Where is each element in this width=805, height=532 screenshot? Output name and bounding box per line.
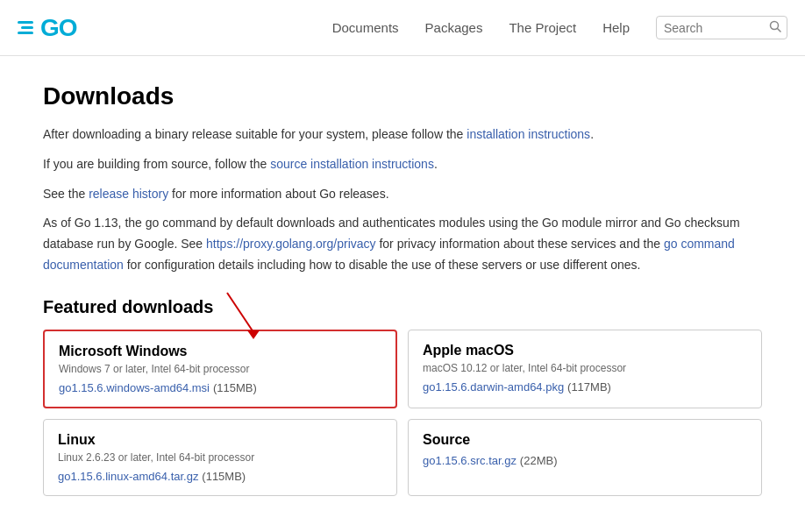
logo-line-2 — [21, 26, 33, 29]
nav-help[interactable]: Help — [602, 20, 630, 35]
logo-line-3 — [18, 32, 33, 34]
card-subtitle-linux: Linux 2.6.23 or later, Intel 64-bit proc… — [58, 451, 382, 464]
nav-packages[interactable]: Packages — [425, 20, 483, 35]
card-subtitle-macos: macOS 10.12 or later, Intel 64-bit proce… — [423, 362, 747, 374]
go-command-doc-link[interactable]: go command documentation — [43, 237, 735, 272]
featured-title: Featured downloads — [43, 297, 762, 317]
featured-section: Featured downloads Microsoft Windows Win… — [43, 297, 762, 496]
page-title: Downloads — [43, 82, 762, 110]
download-card-windows: Microsoft Windows Windows 7 or later, In… — [43, 330, 397, 408]
installation-instructions-link[interactable]: installation instructions — [467, 127, 590, 141]
nav-the-project[interactable]: The Project — [509, 20, 576, 35]
paragraph-module-mirror: As of Go 1.13, the go command by default… — [43, 213, 762, 275]
paragraph-history: See the release history for more informa… — [43, 184, 762, 205]
card-subtitle-windows: Windows 7 or later, Intel 64-bit process… — [59, 363, 381, 375]
card-title-source: Source — [423, 432, 747, 448]
filesize-macos: (117MB) — [567, 380, 611, 394]
paragraph-source: If you are building from source, follow … — [43, 154, 762, 175]
search-input[interactable] — [664, 21, 769, 35]
main-content: Downloads After downloading a binary rel… — [25, 82, 780, 496]
logo-line-1 — [18, 21, 33, 24]
download-link-linux[interactable]: go1.15.6.linux-amd64.tar.gz — [58, 470, 198, 483]
filesize-source: (22MB) — [520, 454, 558, 467]
download-card-macos: Apple macOS macOS 10.12 or later, Intel … — [408, 330, 762, 408]
download-link-windows[interactable]: go1.15.6.windows-amd64.msi — [59, 381, 210, 394]
download-card-source: Source go1.15.6.src.tar.gz (22MB) — [408, 419, 762, 496]
logo-area[interactable]: GO — [18, 14, 77, 42]
site-header: GO Documents Packages The Project Help — [0, 0, 805, 56]
downloads-grid: Microsoft Windows Windows 7 or later, In… — [43, 330, 762, 496]
release-history-link[interactable]: release history — [89, 187, 168, 201]
site-logo-text[interactable]: GO — [40, 14, 77, 42]
card-title-windows: Microsoft Windows — [59, 344, 381, 359]
download-link-macos[interactable]: go1.15.6.darwin-amd64.pkg — [423, 380, 564, 394]
privacy-link[interactable]: https://proxy.golang.org/privacy — [206, 237, 376, 251]
logo-lines-icon — [18, 21, 33, 34]
nav-documents[interactable]: Documents — [332, 20, 399, 35]
download-card-linux: Linux Linux 2.6.23 or later, Intel 64-bi… — [43, 419, 397, 496]
download-link-source[interactable]: go1.15.6.src.tar.gz — [423, 454, 516, 467]
main-nav: Documents Packages The Project Help — [332, 20, 630, 35]
search-box[interactable] — [656, 16, 787, 39]
filesize-windows: (115MB) — [213, 381, 257, 394]
filesize-linux: (115MB) — [202, 470, 246, 483]
svg-line-1 — [778, 29, 781, 32]
paragraph-installation: After downloading a binary release suita… — [43, 124, 762, 145]
search-icon — [769, 20, 781, 35]
source-installation-link[interactable]: source installation instructions — [270, 157, 434, 171]
card-title-macos: Apple macOS — [423, 343, 747, 358]
card-title-linux: Linux — [58, 432, 382, 448]
